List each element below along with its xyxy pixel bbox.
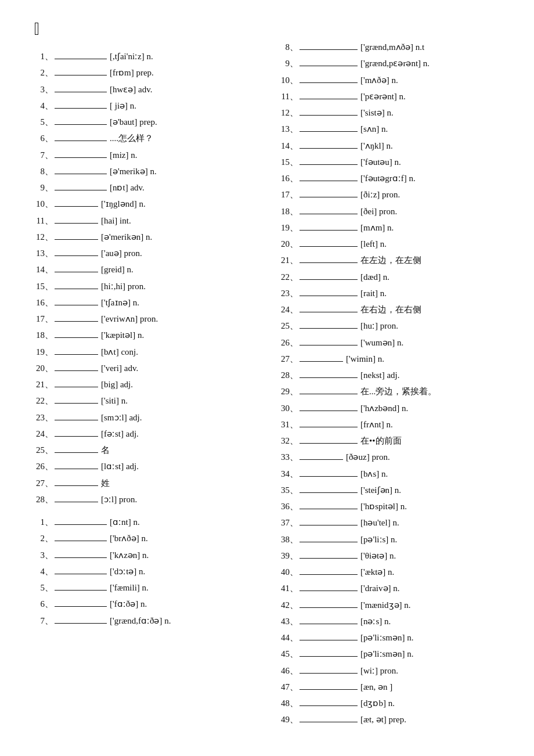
item-number: 15、 bbox=[279, 156, 298, 169]
item-number: 26、 bbox=[35, 460, 53, 473]
phonetic-text: 名 bbox=[101, 444, 279, 457]
phonetic-text: ['kæpitəl] n. bbox=[101, 329, 279, 342]
item-number: 15、 bbox=[35, 280, 53, 293]
phonetic-text: [miz] n. bbox=[110, 149, 279, 162]
item-number: 4、 bbox=[35, 99, 53, 113]
list-item: 28、 [nekst] adj. bbox=[279, 369, 505, 382]
list-item: 45、 [pə'liːsmən] n. bbox=[279, 647, 505, 661]
phonetic-text: [pə'liːsmən] n. bbox=[360, 631, 505, 645]
phonetic-text: [ə'merikə] n. bbox=[110, 165, 279, 178]
answer-blank bbox=[55, 321, 98, 322]
item-number: 30、 bbox=[279, 402, 298, 415]
module1-items: 1、 [,tʃai'niːz] n. 2、 [frɒm] prep. 3、 [h… bbox=[35, 50, 279, 506]
list-item: 13、 [sʌn] n. bbox=[279, 123, 505, 136]
phonetic-text: [ðəuz] pron. bbox=[346, 451, 505, 464]
item-number: 12、 bbox=[279, 106, 298, 120]
phonetic-text: ['ɪŋglənd] n. bbox=[101, 197, 279, 211]
item-number: 39、 bbox=[279, 549, 298, 563]
phonetic-text: ['dɔːtə] n. bbox=[110, 565, 279, 578]
answer-blank bbox=[55, 305, 98, 305]
list-item: 36、 ['hɒspitəl] n. bbox=[279, 500, 505, 513]
answer-blank bbox=[300, 443, 358, 444]
item-number: 9、 bbox=[35, 181, 53, 195]
answer-blank bbox=[300, 607, 358, 608]
answer-blank bbox=[55, 574, 107, 574]
list-item: 5、 [ə'baut] prep. bbox=[35, 116, 279, 129]
phonetic-text: 在左边，在左侧 bbox=[360, 254, 505, 267]
item-number: 29、 bbox=[279, 385, 298, 398]
answer-blank bbox=[300, 411, 358, 411]
item-number: 17、 bbox=[279, 188, 298, 201]
item-number: 7、 bbox=[35, 149, 53, 162]
item-number: 46、 bbox=[279, 664, 298, 678]
phonetic-text: [fəːst] adj. bbox=[101, 427, 279, 441]
phonetic-text: ['auə] pron. bbox=[101, 247, 279, 260]
list-item: 22、 [dæd] n. bbox=[279, 271, 505, 284]
phonetic-text: [æt, ət] prep. bbox=[360, 713, 505, 726]
phonetic-text: [æn, ən ] bbox=[360, 681, 505, 694]
phonetic-text: ['ʌŋkl] n. bbox=[360, 139, 505, 153]
item-number: 11、 bbox=[35, 214, 53, 228]
item-number: 47、 bbox=[279, 681, 298, 694]
item-number: 44、 bbox=[279, 631, 298, 645]
list-item: 37、 [həu'tel] n. bbox=[279, 516, 505, 530]
item-number: 8、 bbox=[35, 165, 53, 178]
right-col-items: 8、 ['grænd,mʌðə] n.t 9、 ['grænd,pɛərənt]… bbox=[279, 41, 505, 727]
item-number: 23、 bbox=[35, 411, 53, 424]
phonetic-text: [bʌt] conj. bbox=[101, 345, 279, 359]
list-item: 15、 [hiː,hi] pron. bbox=[35, 280, 279, 293]
phonetic-text: ['draivə] n. bbox=[360, 582, 505, 595]
answer-blank bbox=[55, 354, 98, 355]
answer-blank bbox=[55, 255, 98, 256]
phonetic-text: ['brʌðə] n. bbox=[110, 532, 279, 545]
answer-blank bbox=[55, 403, 98, 404]
answer-blank bbox=[55, 387, 98, 387]
item-number: 27、 bbox=[35, 477, 53, 490]
answer-blank bbox=[55, 223, 98, 224]
item-number: 43、 bbox=[279, 615, 298, 628]
item-number: 3、 bbox=[35, 549, 53, 562]
list-item: 29、 在...旁边，紧挨着。 bbox=[279, 385, 505, 398]
list-item: 15、 ['fəutəu] n. bbox=[279, 156, 505, 169]
list-item: 32、 在••的前面 bbox=[279, 434, 505, 448]
answer-blank bbox=[300, 624, 358, 624]
answer-blank bbox=[300, 296, 358, 296]
list-item: 3、 ['kʌzən] n. bbox=[35, 549, 279, 562]
phonetic-text: ['veri] adv. bbox=[101, 362, 279, 375]
item-number: 42、 bbox=[279, 599, 298, 612]
list-item: 46、 [wiː] pron. bbox=[279, 664, 505, 678]
item-number: 40、 bbox=[279, 566, 298, 579]
phonetic-text: [ɔːl] pron. bbox=[101, 493, 279, 506]
phonetic-text: ['fɑːðə] n. bbox=[110, 597, 279, 611]
answer-blank bbox=[300, 476, 358, 477]
phonetic-text: ['grænd,pɛərənt] n. bbox=[360, 57, 505, 70]
list-item: 16、 ['tʃaɪnə] n. bbox=[35, 296, 279, 309]
item-number: 9、 bbox=[279, 57, 298, 70]
item-number: 18、 bbox=[279, 205, 298, 218]
answer-blank bbox=[55, 436, 98, 437]
phonetic-text: [hiː,hi] pron. bbox=[101, 280, 279, 293]
list-item: 19、 [bʌt] conj. bbox=[35, 345, 279, 359]
list-item: 7、 [miz] n. bbox=[35, 149, 279, 162]
answer-blank bbox=[55, 469, 98, 469]
item-number: 17、 bbox=[35, 312, 53, 326]
answer-blank bbox=[300, 361, 343, 362]
phonetic-text: [ jiə] n. bbox=[110, 99, 279, 113]
list-item: 12、 ['sistə] n. bbox=[279, 106, 505, 120]
answer-blank bbox=[300, 459, 343, 460]
item-number: 36、 bbox=[279, 500, 298, 513]
list-item: 9、 ['grænd,pɛərənt] n. bbox=[279, 57, 505, 70]
phonetic-text: ['mʌðə] n. bbox=[360, 74, 505, 87]
answer-blank bbox=[55, 174, 107, 174]
answer-blank bbox=[55, 420, 98, 420]
phonetic-text: ['siti] n. bbox=[101, 394, 279, 408]
phonetic-text: [pə'liːs] n. bbox=[360, 533, 505, 546]
list-item: 5、 ['fæmili] n. bbox=[35, 581, 279, 595]
phonetic-text: ['fəutəgrɑːf] n. bbox=[360, 172, 505, 185]
phonetic-text: [dæd] n. bbox=[360, 271, 505, 284]
phonetic-text: 在••的前面 bbox=[360, 434, 505, 448]
phonetic-text: [nɒt] adv. bbox=[110, 181, 279, 195]
item-number: 24、 bbox=[279, 303, 298, 316]
answer-blank bbox=[55, 590, 107, 591]
answer-blank bbox=[300, 131, 358, 132]
